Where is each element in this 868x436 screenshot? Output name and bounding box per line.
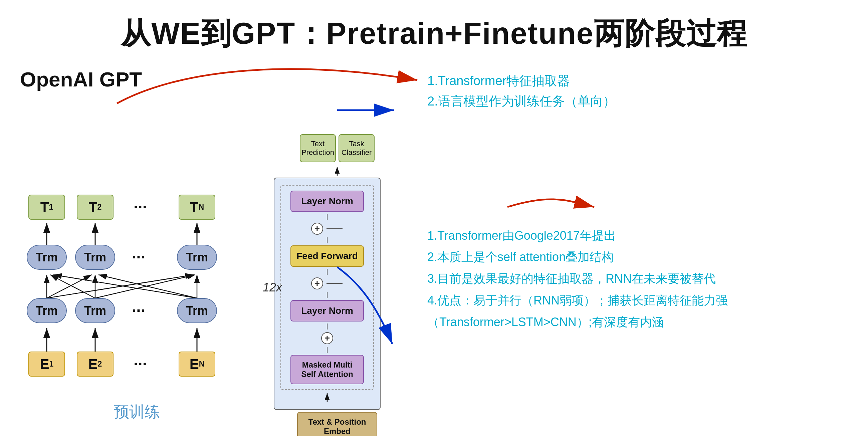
transformer-section: Text Prediction Task Classifier xyxy=(274,134,401,436)
skip-arrow-2 xyxy=(327,280,343,287)
plus-row-2: + xyxy=(311,277,343,290)
layer-norm-2: Layer Norm xyxy=(290,300,364,321)
plus-circle-1: + xyxy=(311,223,323,235)
svg-line-9 xyxy=(98,275,197,298)
annotation-top-2: 2.语言模型作为训练任务（单向） xyxy=(427,91,848,112)
node-Trm-top-1: Trm xyxy=(27,245,67,270)
arrow-plus1-down xyxy=(327,237,328,243)
arrow-from-embed xyxy=(320,393,334,403)
node-Trm-bot-1: Trm xyxy=(27,298,67,323)
skip-arrow-1 xyxy=(327,225,343,232)
dots-Trm-bot: ··· xyxy=(125,298,152,323)
nx-label: 12x xyxy=(263,280,282,294)
annotation-bottom-3: 3.目前是效果最好的特征抽取器，RNN在未来要被替代 xyxy=(427,268,848,290)
node-E1: E1 xyxy=(28,351,65,377)
node-TN: TN xyxy=(179,195,215,220)
svg-line-11 xyxy=(95,275,195,298)
plus-circle-3: + xyxy=(321,332,333,344)
annotation-bottom-5: （Transformer>LSTM>CNN）;有深度有内涵 xyxy=(427,311,848,333)
node-EN: EN xyxy=(179,351,215,377)
annotation-bottom-4: 4.优点：易于并行（RNN弱项）；捕获长距离特征能力强 xyxy=(427,290,848,311)
annotation-bottom-2: 2.本质上是个self attention叠加结构 xyxy=(427,246,848,268)
arrow-plus2-down xyxy=(327,292,328,298)
right-annotations: 1.Transformer特征抽取器 2.语言模型作为训练任务（单向） 1.Tr… xyxy=(401,67,848,333)
text-embed-node: Text & Position Embed xyxy=(297,412,377,436)
node-Trm-bot-2: Trm xyxy=(75,298,115,323)
arrow-ln1-down xyxy=(327,214,328,220)
task-classifier-node: Task Classifier xyxy=(339,134,375,162)
svg-line-5 xyxy=(50,275,95,298)
arrow-to-output xyxy=(331,166,344,176)
node-Trm-top-N: Trm xyxy=(177,245,217,270)
gpt-diagram: T1 T2 ··· TN Trm Trm ··· Trm Trm Trm ···… xyxy=(20,98,237,398)
pretrain-label: 预训练 xyxy=(20,402,254,422)
layer-norm-1: Layer Norm xyxy=(290,191,364,212)
transformer-block: Layer Norm + Feed Forward xyxy=(284,191,370,384)
transformer-box: 12x Layer Norm + xyxy=(274,178,380,410)
annotation-bottom: 1.Transformer由Google2017年提出 2.本质上是个self … xyxy=(427,225,848,333)
dots-T: ··· xyxy=(127,195,154,220)
gpt-diagram-section: OpenAI GPT xyxy=(20,67,254,422)
page-title: 从WE到GPT：Pretrain+Finetune两阶段过程 xyxy=(0,0,868,64)
plus-circle-2: + xyxy=(311,277,323,289)
plus-row-1: + xyxy=(311,222,343,236)
annotation-bottom-1: 1.Transformer由Google2017年提出 xyxy=(427,225,848,247)
node-T2: T2 xyxy=(77,195,114,220)
text-prediction-node: Text Prediction xyxy=(300,134,336,162)
feed-forward-node: Feed Forward xyxy=(290,245,364,267)
node-T1: T1 xyxy=(28,195,65,220)
svg-line-7 xyxy=(47,275,92,298)
output-row: Text Prediction Task Classifier xyxy=(274,134,401,162)
svg-line-10 xyxy=(47,275,194,298)
annotation-top-1: 1.Transformer特征抽取器 xyxy=(427,71,848,91)
dots-Trm-top: ··· xyxy=(125,245,152,270)
node-Trm-top-2: Trm xyxy=(75,245,115,270)
annotation-top: 1.Transformer特征抽取器 2.语言模型作为训练任务（单向） xyxy=(427,71,848,112)
arrow-ff-down xyxy=(327,269,328,275)
node-Trm-bot-N: Trm xyxy=(177,298,217,323)
transformer-box-inner: 12x Layer Norm + xyxy=(280,185,374,390)
arrow-ln2-down xyxy=(327,323,328,330)
arrow-plus3-down xyxy=(327,347,328,353)
masked-attention-node: Masked Multi Self Attention xyxy=(290,355,364,384)
dots-E: ··· xyxy=(127,351,154,377)
node-E2: E2 xyxy=(77,351,114,377)
svg-line-6 xyxy=(54,275,197,298)
openai-label: OpenAI GPT xyxy=(20,67,254,91)
